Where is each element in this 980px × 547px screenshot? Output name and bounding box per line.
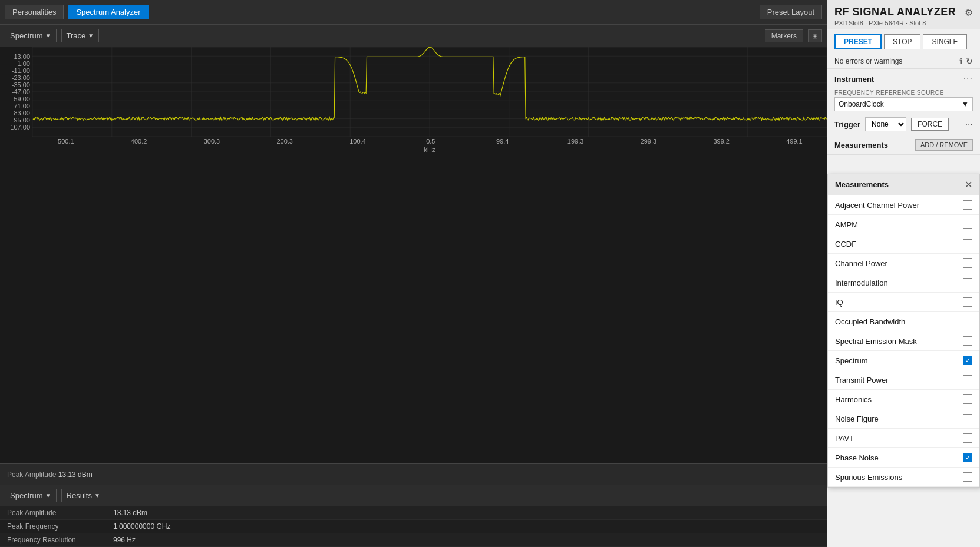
instrument-section-title: Instrument (834, 75, 874, 84)
measurement-checkbox[interactable]: ✓ (963, 356, 972, 365)
measurement-item[interactable]: Spectral Emission Mask (828, 331, 979, 351)
spectrum-results-dropdown[interactable]: Spectrum ▼ (5, 489, 57, 502)
measurement-item[interactable]: IQ (828, 293, 979, 312)
measurement-item[interactable]: PAVT (828, 429, 979, 448)
table-row: Frequency Resolution 996 Hz (0, 533, 827, 547)
measurement-checkbox[interactable] (963, 297, 972, 307)
results-dropdown[interactable]: Results ▼ (61, 489, 105, 502)
measurements-list: Adjacent Channel PowerAMPMCCDFChannel Po… (828, 195, 979, 487)
freq-ref-select[interactable]: OnboardClock ▼ (834, 97, 973, 111)
y-label-6: -59.00 (12, 95, 30, 102)
measurement-name: AMPM (835, 220, 858, 229)
measurement-checkbox[interactable]: ✓ (963, 453, 972, 462)
measurement-name: Channel Power (835, 259, 887, 268)
measurement-name: Transmit Power (835, 376, 889, 384)
trigger-menu-icon[interactable]: ··· (965, 119, 973, 130)
measurement-checkbox[interactable] (963, 336, 972, 346)
right-panel-header: ⚙ RF SIGNAL ANALYZER PXI1Slot8 · PXIe-56… (827, 0, 980, 29)
x-label-6: 99.4 (470, 138, 535, 145)
peak-amplitude-label: Peak Amplitude (7, 470, 56, 479)
markers-button[interactable]: Markers (765, 29, 803, 42)
measurement-name: Intermodulation (835, 279, 888, 287)
measurement-item[interactable]: Intermodulation (828, 273, 979, 293)
measurement-checkbox[interactable] (963, 472, 972, 482)
info-icon[interactable]: ℹ (959, 57, 962, 66)
freq-ref-arrow-icon: ▼ (962, 100, 969, 108)
spectrum-dropdown[interactable]: Spectrum ▼ (5, 29, 57, 42)
stop-button[interactable]: STOP (884, 34, 920, 49)
y-label-0: 13.00 (14, 53, 30, 60)
measurement-item[interactable]: Transmit Power (828, 370, 979, 390)
close-measurements-dropdown-button[interactable]: ✕ (965, 179, 972, 190)
y-label-1: 1.00 (18, 60, 30, 67)
spectrum-results-arrow-icon: ▼ (45, 492, 51, 499)
x-label-10: 499.1 (762, 138, 827, 145)
kHz-label: kHz (0, 146, 827, 154)
x-label-8: 299.3 (616, 138, 681, 145)
results-bar: Spectrum ▼ Results ▼ (0, 485, 827, 506)
right-panel-content: Instrument ··· FREQUENCY REFERENCE SOURC… (827, 69, 980, 547)
peak-amplitude-bar: Peak Amplitude 13.13 dBm (0, 463, 827, 485)
measurement-name: Harmonics (835, 395, 872, 404)
trigger-select[interactable]: None (865, 117, 906, 131)
freq-resolution-row-value: 996 Hz (113, 536, 136, 544)
measurement-name: Spectral Emission Mask (835, 337, 917, 346)
x-axis: -500.1 -400.2 -300.3 -200.3 -100.4 -0.5 … (0, 137, 827, 146)
measurement-checkbox[interactable] (963, 200, 972, 210)
trigger-label: Trigger (834, 120, 860, 129)
measurement-checkbox[interactable] (963, 239, 972, 248)
trace-dropdown[interactable]: Trace ▼ (61, 29, 100, 42)
results-label: Results (67, 491, 92, 500)
peak-amplitude-row-value: 13.13 dBm (113, 509, 147, 517)
add-remove-button[interactable]: ADD / REMOVE (915, 139, 973, 151)
peak-amplitude-row-label: Peak Amplitude (7, 509, 113, 517)
y-label-7: -71.00 (12, 102, 30, 110)
preset-button[interactable]: PRESET (834, 34, 882, 49)
spectrum-arrow-icon: ▼ (45, 32, 51, 39)
y-label-2: -11.00 (12, 67, 30, 74)
refresh-icon[interactable]: ↻ (966, 57, 973, 66)
measurement-checkbox[interactable] (963, 375, 972, 384)
measurement-checkbox[interactable] (963, 317, 972, 326)
top-bar: Personalities Spectrum Analyzer Preset L… (0, 0, 827, 25)
x-label-7: 199.3 (543, 138, 608, 145)
preset-stop-single-bar: PRESET STOP SINGLE (827, 29, 980, 54)
measurement-name: Adjacent Channel Power (835, 201, 919, 210)
x-label-4: -100.4 (324, 138, 389, 145)
y-label-4: -35.00 (12, 81, 30, 88)
measurement-item[interactable]: Noise Figure (828, 409, 979, 429)
measurement-item[interactable]: AMPM (828, 215, 979, 234)
measurement-name: IQ (835, 298, 843, 307)
force-button[interactable]: FORCE (911, 118, 949, 131)
measurement-item[interactable]: Phase Noise✓ (828, 448, 979, 468)
instrument-section-header: Instrument ··· (827, 69, 980, 87)
measurements-label: Measurements (834, 141, 888, 150)
results-table: Peak Amplitude 13.13 dBm Peak Frequency … (0, 506, 827, 547)
measurement-checkbox[interactable] (963, 258, 972, 268)
measurement-item[interactable]: Occupied Bandwidth (828, 312, 979, 331)
freq-resolution-row-label: Frequency Resolution (7, 536, 113, 544)
single-button[interactable]: SINGLE (923, 34, 966, 49)
rf-signal-analyzer-subtitle: PXI1Slot8 · PXIe-5644R · Slot 8 (834, 19, 973, 26)
preset-layout-button[interactable]: Preset Layout (760, 5, 822, 19)
measurement-checkbox[interactable] (963, 220, 972, 229)
y-label-5: -47.00 (12, 88, 30, 95)
y-label-10: -107.00 (8, 124, 30, 131)
personalities-button[interactable]: Personalities (5, 5, 64, 19)
spectrum-analyzer-button[interactable]: Spectrum Analyzer (68, 5, 148, 19)
measurement-item[interactable]: CCDF (828, 234, 979, 254)
measurement-item[interactable]: Harmonics (828, 390, 979, 409)
measurement-checkbox[interactable] (963, 433, 972, 443)
table-row: Peak Amplitude 13.13 dBm (0, 506, 827, 520)
right-panel: ⚙ RF SIGNAL ANALYZER PXI1Slot8 · PXIe-56… (827, 0, 980, 547)
gear-icon[interactable]: ⚙ (965, 7, 973, 18)
layout-icon-button[interactable]: ⊞ (808, 29, 822, 42)
measurement-item[interactable]: Channel Power (828, 254, 979, 273)
measurement-item[interactable]: Spectrum✓ (828, 351, 979, 370)
measurement-item[interactable]: Adjacent Channel Power (828, 195, 979, 215)
measurement-checkbox[interactable] (963, 394, 972, 404)
measurement-checkbox[interactable] (963, 414, 972, 423)
measurement-item[interactable]: Spurious Emissions (828, 468, 979, 487)
instrument-section-menu-icon[interactable]: ··· (963, 74, 973, 84)
measurement-checkbox[interactable] (963, 278, 972, 287)
